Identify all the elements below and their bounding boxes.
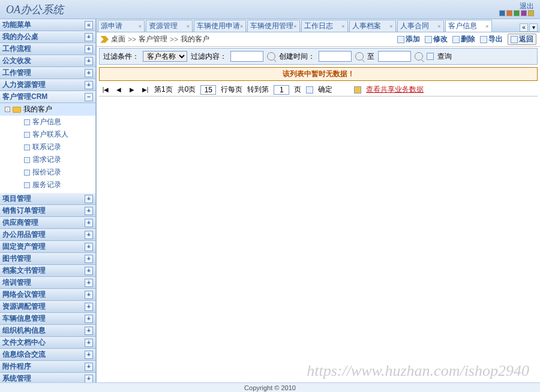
sidebar-group[interactable]: 档案文书管理+ [0,265,95,277]
close-icon[interactable]: × [240,23,243,29]
expand-icon[interactable]: + [85,69,93,77]
expand-icon[interactable]: + [85,243,93,251]
filter-time-to[interactable] [378,51,411,62]
sidebar-group[interactable]: 车辆信息管理+ [0,313,95,325]
sidebar-group[interactable]: 信息综合交流+ [0,349,95,361]
tab[interactable]: 车辆使用管理× [247,20,299,32]
close-icon[interactable]: × [187,23,190,29]
expand-icon[interactable]: + [85,339,93,347]
sidebar-group[interactable]: 供应商管理+ [0,217,95,229]
theme-chip[interactable] [506,10,512,16]
filter-content-input[interactable] [230,51,263,62]
tree-leaf[interactable]: 客户信息 [0,116,95,128]
tab[interactable]: 人事档案× [349,20,396,32]
expand-icon[interactable]: + [85,315,93,323]
tree-leaf[interactable]: 服务记录 [0,179,95,191]
tab[interactable]: 人事合同× [397,20,444,32]
delete-button[interactable]: 删除 [452,34,475,44]
tree-leaf[interactable]: 联系记录 [0,141,95,153]
expand-icon[interactable]: + [85,195,93,203]
expand-icon[interactable]: + [85,375,93,383]
sidebar-group[interactable]: 公文收发+ [0,55,95,67]
sidebar-group-crm[interactable]: 客户管理CRM – [0,91,95,103]
add-button[interactable]: 添加 [397,34,420,44]
sidebar-group[interactable]: 附件程序+ [0,361,95,373]
expand-icon[interactable]: + [85,279,93,287]
sidebar-group[interactable]: 培训管理+ [0,277,95,289]
close-icon[interactable]: × [293,23,296,29]
pager-ok-button[interactable]: 确定 [318,85,332,95]
pager-next[interactable]: ▶ [128,86,136,94]
sidebar-group[interactable]: 项目管理+ [0,193,95,205]
tab-menu[interactable]: ▾ [529,23,538,32]
shared-data-link[interactable]: 查看共享业务数据 [366,85,424,95]
sidebar-group[interactable]: 固定资产管理+ [0,241,95,253]
datepicker-icon[interactable] [355,52,364,61]
expand-icon[interactable]: + [85,327,93,335]
sidebar-group[interactable]: 工作流程+ [0,43,95,55]
sidebar-group[interactable]: 图书管理+ [0,253,95,265]
back-button[interactable]: 返回 [508,34,536,45]
datepicker-icon[interactable] [415,52,423,61]
expand-icon[interactable]: + [85,207,93,215]
sidebar-group[interactable]: 网络会议管理+ [0,289,95,301]
expand-icon[interactable]: + [85,57,93,65]
collapse-icon[interactable]: « [85,21,93,29]
tree-leaf[interactable]: 客户联系人 [0,128,95,141]
tab[interactable]: 源申请× [98,20,145,32]
expand-icon[interactable]: + [85,363,93,371]
expand-icon[interactable]: + [85,255,93,263]
filter-field-select[interactable]: 客户名称 [143,51,187,62]
sidebar-menu-header[interactable]: 功能菜单 « [0,19,95,31]
theme-chip[interactable] [521,10,527,16]
tab[interactable]: 资源管理× [146,20,193,32]
minus-icon[interactable]: - [5,107,10,112]
expand-icon[interactable]: + [85,81,93,89]
sidebar-group[interactable]: 人力资源管理+ [0,79,95,91]
pager-goto-input[interactable] [274,85,289,95]
collapse-icon[interactable]: – [85,93,93,101]
tree-leaf[interactable]: 需求记录 [0,153,95,166]
close-icon[interactable]: × [389,23,392,29]
crumb-p2[interactable]: 我的客户 [181,34,209,44]
sidebar-group[interactable]: 我的办公桌+ [0,31,95,43]
theme-chip[interactable] [514,10,520,16]
sidebar-group[interactable]: 文件文档中心+ [0,337,95,349]
crumb-root[interactable]: 桌面 [111,34,125,44]
expand-icon[interactable]: + [85,45,93,53]
pager-first[interactable]: |◀ [101,86,110,94]
theme-chip[interactable] [499,10,505,16]
tree-node-my-customers[interactable]: - 我的客户 [0,103,95,116]
tree-leaf[interactable]: 报价记录 [0,166,95,179]
sidebar-group[interactable]: 组织机构信息+ [0,325,95,337]
expand-icon[interactable]: + [85,291,93,299]
pager-per-input[interactable] [200,85,216,95]
filter-time-from[interactable] [319,51,352,62]
tab[interactable]: 工作日志× [301,20,348,32]
sidebar-group[interactable]: 办公用品管理+ [0,229,95,241]
close-icon[interactable]: × [341,23,344,29]
search-icon[interactable] [267,52,275,61]
pager-prev[interactable]: ◀ [115,86,123,94]
crumb-p1[interactable]: 客户管理 [139,34,167,44]
query-button[interactable]: 查询 [437,52,452,62]
sidebar-group[interactable]: 工作管理+ [0,67,95,79]
sidebar-group[interactable]: 销售订单管理+ [0,205,95,217]
expand-icon[interactable]: + [85,219,93,227]
expand-icon[interactable]: + [85,33,93,41]
close-icon[interactable]: × [437,23,440,29]
export-button[interactable]: 导出 [480,34,503,44]
close-icon[interactable]: × [485,23,488,29]
expand-icon[interactable]: + [85,303,93,311]
sidebar-group[interactable]: 资源调配管理+ [0,301,95,313]
edit-button[interactable]: 修改 [425,34,448,44]
close-icon[interactable]: × [139,23,142,29]
tab[interactable]: 车辆使用申请× [194,20,246,32]
pager-last[interactable]: ▶| [141,86,149,94]
theme-chip[interactable] [528,10,534,16]
tab[interactable]: 客户信息× [445,20,492,32]
expand-icon[interactable]: + [85,267,93,275]
expand-icon[interactable]: + [85,231,93,239]
expand-icon[interactable]: + [85,351,93,359]
tab-scroll-left[interactable]: « [520,23,528,32]
